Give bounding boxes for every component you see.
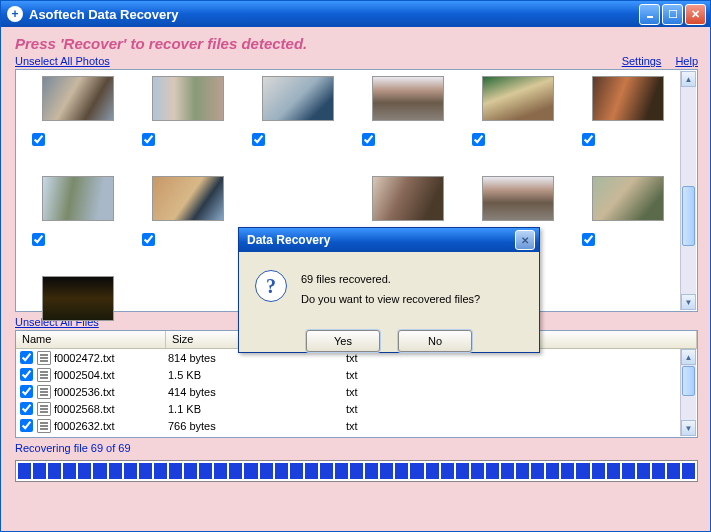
progress-bar xyxy=(15,460,698,482)
photo-checkbox[interactable] xyxy=(582,133,595,146)
table-row[interactable]: f0002536.txt414 bytestxt xyxy=(16,383,697,400)
dialog-message: 69 files recovered. Do you want to view … xyxy=(301,270,480,310)
file-name: f0002536.txt xyxy=(54,386,168,398)
photo-checkbox[interactable] xyxy=(252,133,265,146)
unselect-all-photos-link[interactable]: Unselect All Photos xyxy=(15,55,110,67)
progress-segment xyxy=(275,463,288,479)
progress-segment xyxy=(139,463,152,479)
progress-segment xyxy=(335,463,348,479)
photo-checkbox[interactable] xyxy=(362,133,375,146)
photo-item[interactable] xyxy=(252,76,340,132)
file-checkbox[interactable] xyxy=(20,419,33,432)
file-scrollbar[interactable]: ▲ ▼ xyxy=(680,349,696,436)
progress-segment xyxy=(124,463,137,479)
progress-segment xyxy=(607,463,620,479)
progress-segment xyxy=(471,463,484,479)
question-icon: ? xyxy=(255,270,287,302)
scroll-down-icon[interactable]: ▼ xyxy=(681,420,696,436)
photo-checkbox[interactable] xyxy=(32,233,45,246)
file-size: 1.5 KB xyxy=(168,369,346,381)
settings-link[interactable]: Settings xyxy=(622,55,662,67)
file-name: f0002472.txt xyxy=(54,352,168,364)
svg-rect-1 xyxy=(669,10,677,18)
table-row[interactable]: f0002568.txt1.1 KBtxt xyxy=(16,400,697,417)
help-link[interactable]: Help xyxy=(675,55,698,67)
scroll-up-icon[interactable]: ▲ xyxy=(681,349,696,365)
scroll-thumb[interactable] xyxy=(682,366,695,396)
progress-segment xyxy=(592,463,605,479)
file-icon xyxy=(37,351,51,365)
progress-segment xyxy=(214,463,227,479)
progress-segment xyxy=(199,463,212,479)
file-ext: txt xyxy=(346,352,494,364)
progress-segment xyxy=(667,463,680,479)
instruction-text: Press 'Recover' to recover files detecte… xyxy=(15,35,698,52)
progress-segment xyxy=(622,463,635,479)
photo-item[interactable] xyxy=(142,176,230,232)
photo-item[interactable] xyxy=(582,76,670,132)
progress-segment xyxy=(426,463,439,479)
photo-item[interactable] xyxy=(472,176,560,232)
progress-segment xyxy=(109,463,122,479)
recovery-dialog: Data Recovery ✕ ? 69 files recovered. Do… xyxy=(238,227,540,353)
file-size: 766 bytes xyxy=(168,420,346,432)
progress-segment xyxy=(18,463,31,479)
progress-segment xyxy=(410,463,423,479)
progress-segment xyxy=(260,463,273,479)
file-name: f0002504.txt xyxy=(54,369,168,381)
file-checkbox[interactable] xyxy=(20,368,33,381)
yes-button[interactable]: Yes xyxy=(306,330,380,352)
photo-item[interactable] xyxy=(472,76,560,132)
photo-checkbox[interactable] xyxy=(142,233,155,246)
file-icon xyxy=(37,385,51,399)
maximize-button[interactable] xyxy=(662,4,683,25)
progress-segment xyxy=(501,463,514,479)
file-size: 414 bytes xyxy=(168,386,346,398)
photo-item[interactable] xyxy=(142,76,230,132)
photo-checkbox[interactable] xyxy=(32,133,45,146)
photo-checkbox[interactable] xyxy=(142,133,155,146)
progress-segment xyxy=(305,463,318,479)
scroll-down-icon[interactable]: ▼ xyxy=(681,294,696,310)
progress-segment xyxy=(652,463,665,479)
file-size: 814 bytes xyxy=(168,352,346,364)
photo-item[interactable] xyxy=(32,276,120,332)
photo-item[interactable] xyxy=(32,76,120,132)
table-row[interactable]: f0002632.txt766 bytestxt xyxy=(16,417,697,434)
close-button[interactable]: ✕ xyxy=(685,4,706,25)
no-button[interactable]: No xyxy=(398,330,472,352)
progress-segment xyxy=(350,463,363,479)
file-ext: txt xyxy=(346,403,494,415)
progress-segment xyxy=(320,463,333,479)
file-ext: txt xyxy=(346,386,494,398)
file-checkbox[interactable] xyxy=(20,402,33,415)
file-name: f0002632.txt xyxy=(54,420,168,432)
progress-segment xyxy=(365,463,378,479)
photo-item[interactable] xyxy=(582,176,670,232)
progress-segment xyxy=(244,463,257,479)
scroll-thumb[interactable] xyxy=(682,186,695,246)
photo-checkbox[interactable] xyxy=(582,233,595,246)
photo-checkbox[interactable] xyxy=(472,133,485,146)
table-row[interactable]: f0002504.txt1.5 KBtxt xyxy=(16,366,697,383)
col-name[interactable]: Name xyxy=(16,331,166,348)
dialog-close-button[interactable]: ✕ xyxy=(515,230,535,250)
photo-item[interactable] xyxy=(362,176,450,232)
progress-segment xyxy=(184,463,197,479)
file-checkbox[interactable] xyxy=(20,351,33,364)
progress-segment xyxy=(456,463,469,479)
file-checkbox[interactable] xyxy=(20,385,33,398)
minimize-button[interactable] xyxy=(639,4,660,25)
file-icon xyxy=(37,402,51,416)
photo-scrollbar[interactable]: ▲ ▼ xyxy=(680,71,696,310)
file-ext: txt xyxy=(346,369,494,381)
app-icon: + xyxy=(7,6,23,22)
file-ext: txt xyxy=(346,420,494,432)
photo-item[interactable] xyxy=(32,176,120,232)
progress-segment xyxy=(516,463,529,479)
window-title: Asoftech Data Recovery xyxy=(29,7,639,22)
progress-segment xyxy=(531,463,544,479)
photo-item[interactable] xyxy=(362,76,450,132)
progress-segment xyxy=(576,463,589,479)
scroll-up-icon[interactable]: ▲ xyxy=(681,71,696,87)
